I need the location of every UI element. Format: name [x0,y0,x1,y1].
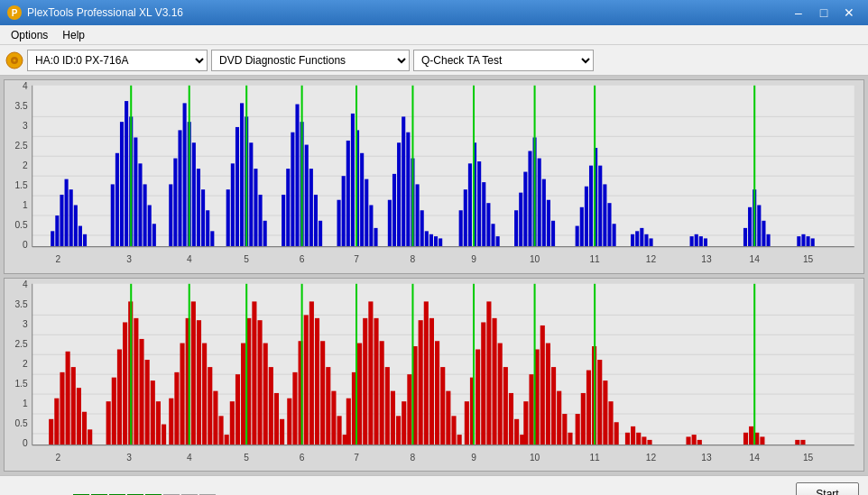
svg-rect-74 [346,141,350,247]
menu-bar: Options Help [0,25,868,45]
svg-rect-246 [402,401,406,445]
svg-text:11: 11 [589,451,599,463]
svg-rect-228 [315,317,319,445]
svg-rect-290 [631,426,635,445]
svg-text:15: 15 [803,451,813,463]
svg-rect-70 [319,221,322,247]
svg-rect-68 [309,169,313,247]
svg-rect-107 [523,172,527,247]
svg-rect-131 [695,234,698,247]
svg-text:2.5: 2.5 [14,337,27,349]
svg-text:8: 8 [411,451,416,463]
top-chart: 4 3.5 3 2.5 2 1.5 1 0.5 0 [5,80,863,273]
svg-text:2: 2 [56,451,61,463]
svg-text:0.5: 0.5 [14,218,27,230]
svg-rect-118 [589,166,593,247]
svg-text:10: 10 [530,451,540,463]
svg-rect-206 [202,343,207,445]
svg-rect-223 [287,398,291,445]
function-selector[interactable]: DVD Diagnostic Functions [211,50,410,71]
svg-rect-79 [369,205,373,246]
test-selector[interactable]: Q-Check TA Test [413,50,594,71]
svg-text:6: 6 [300,451,305,463]
svg-rect-209 [218,416,223,445]
svg-rect-251 [429,317,434,445]
svg-rect-50 [210,231,214,246]
svg-rect-65 [295,105,299,247]
svg-rect-212 [230,401,235,445]
svg-rect-271 [529,374,533,445]
svg-rect-75 [351,114,355,247]
svg-rect-298 [749,426,753,445]
svg-rect-264 [498,343,503,445]
svg-rect-291 [636,432,641,445]
svg-rect-97 [468,163,472,246]
drive-selector[interactable]: HA:0 ID:0 PX-716A [27,50,208,71]
close-button[interactable]: ✕ [837,4,861,22]
svg-rect-224 [292,371,297,445]
svg-rect-294 [686,436,690,445]
svg-rect-193 [134,317,138,445]
svg-rect-232 [337,416,342,445]
svg-rect-80 [374,228,377,247]
title-bar-left: P PlexTools Professional XL V3.16 [7,5,183,20]
drive-icon [5,51,23,69]
svg-rect-63 [286,169,290,247]
svg-rect-189 [112,377,116,445]
svg-rect-43 [178,130,181,246]
svg-rect-187 [88,429,92,445]
svg-rect-191 [123,322,127,445]
svg-rect-278 [568,432,572,445]
svg-rect-180 [49,418,53,445]
svg-rect-82 [388,200,392,247]
svg-rect-22 [51,231,54,246]
svg-rect-196 [151,380,155,445]
svg-rect-126 [635,231,639,246]
svg-rect-23 [55,215,59,247]
svg-rect-286 [608,401,613,445]
svg-rect-214 [241,343,245,445]
svg-rect-38 [148,205,152,246]
svg-text:1: 1 [23,198,28,210]
svg-rect-243 [391,390,395,445]
svg-rect-105 [514,210,518,246]
svg-text:9: 9 [471,252,476,264]
svg-rect-58 [254,169,257,247]
svg-rect-204 [191,301,196,445]
svg-rect-300 [760,436,764,445]
svg-rect-213 [235,374,240,445]
svg-rect-27 [74,205,78,246]
svg-rect-242 [385,367,390,445]
top-chart-container: 4 3.5 3 2.5 2 1.5 1 0.5 0 [4,79,864,274]
svg-rect-186 [82,411,87,445]
svg-rect-296 [697,439,702,445]
maximize-button[interactable]: □ [812,4,836,22]
svg-rect-266 [509,392,513,445]
svg-rect-282 [586,370,591,445]
svg-rect-110 [538,159,541,247]
menu-help[interactable]: Help [55,27,92,43]
svg-text:5: 5 [244,451,249,463]
svg-rect-4 [32,86,854,247]
svg-rect-59 [259,195,263,247]
svg-rect-265 [503,367,508,445]
svg-rect-115 [576,226,579,247]
svg-text:1.5: 1.5 [14,179,27,190]
window-title: PlexTools Professional XL V3.16 [27,6,183,19]
svg-text:1: 1 [23,397,28,408]
minimize-button[interactable]: – [787,4,810,22]
svg-rect-293 [647,439,651,445]
start-button[interactable]: Start [796,482,859,496]
bottom-chart: 4 3.5 3 2.5 2 1.5 1 0.5 0 [5,279,863,472]
svg-rect-73 [342,176,346,246]
svg-text:4: 4 [23,279,28,290]
svg-rect-185 [77,388,81,445]
svg-rect-267 [514,418,519,445]
svg-rect-188 [106,401,111,445]
svg-rect-202 [180,343,184,445]
svg-rect-230 [326,367,330,445]
menu-options[interactable]: Options [4,27,55,43]
svg-rect-55 [240,103,244,246]
svg-rect-103 [496,236,500,247]
svg-text:14: 14 [750,252,760,264]
